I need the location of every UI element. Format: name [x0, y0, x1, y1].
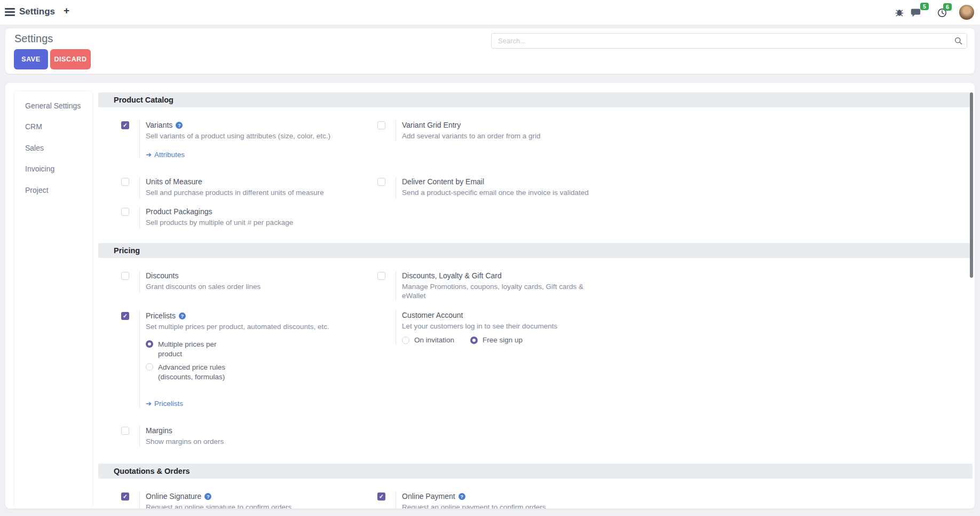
- setting-row-customer-account: Customer AccountLet your customers log i…: [377, 310, 629, 345]
- setting-description-pricelists: Set multiple prices per product, automat…: [146, 322, 329, 331]
- setting-body-customer-account: Customer AccountLet your customers log i…: [396, 310, 557, 345]
- search-icon[interactable]: [954, 37, 962, 47]
- new-tab-plus-icon[interactable]: +: [64, 5, 69, 17]
- settings-sidebar: General SettingsCRMSalesInvoicingProject: [14, 91, 92, 509]
- vertical-scrollbar[interactable]: [970, 92, 973, 278]
- variants-checkbox[interactable]: ✓: [121, 121, 129, 129]
- sidebar-item-invoicing[interactable]: Invoicing: [14, 159, 92, 180]
- setting-description-online-signature: Request an online signature to confirm o…: [146, 503, 291, 509]
- setting-label-text: Units of Measure: [146, 177, 202, 186]
- radio-option-advanced-price-rules-discounts-formulas-[interactable]: Advanced price rules (discounts, formula…: [146, 363, 329, 381]
- messages-icon[interactable]: [911, 8, 922, 20]
- link-label: Attributes: [154, 151, 185, 159]
- link-pricelists[interactable]: ➔Pricelists: [146, 400, 329, 408]
- setting-label-text: Customer Account: [402, 311, 463, 319]
- debug-bug-icon[interactable]: [895, 8, 904, 19]
- setting-description-deliver-content-by-email: Send a product-specific email once the i…: [402, 188, 589, 197]
- setting-description-variants: Sell variants of a product using attribu…: [146, 131, 330, 140]
- app-title[interactable]: Settings: [19, 6, 55, 17]
- search-input[interactable]: [491, 33, 967, 49]
- help-icon[interactable]: ?: [204, 493, 211, 500]
- setting-label-text: Pricelists: [146, 311, 176, 320]
- arrow-right-icon: ➔: [146, 151, 152, 159]
- discard-button[interactable]: DISCARD: [50, 49, 91, 69]
- top-navbar: Settings + 5 6: [0, 0, 980, 25]
- setting-body-units-of-measure: Units of MeasureSell and purchase produc…: [139, 177, 324, 198]
- setting-label-margins: Margins: [146, 426, 224, 435]
- discounts-loyalty-gift-card-checkbox[interactable]: [377, 272, 385, 280]
- settings-header-card: Settings SAVE DISCARD: [5, 28, 975, 74]
- setting-row-discounts: DiscountsGrant discounts on sales order …: [121, 271, 373, 292]
- radio-circle[interactable]: [146, 340, 153, 348]
- setting-body-discounts-loyalty-gift-card: Discounts, Loyalty & Gift CardManage Pro…: [396, 271, 604, 300]
- setting-row-margins: MarginsShow margins on orders: [121, 426, 373, 447]
- setting-label-discounts-loyalty-gift-card: Discounts, Loyalty & Gift Card: [402, 271, 604, 280]
- sidebar-item-general-settings[interactable]: General Settings: [14, 95, 92, 116]
- deliver-content-by-email-checkbox[interactable]: [377, 178, 385, 186]
- discounts-checkbox[interactable]: [121, 272, 129, 280]
- setting-description-online-payment: Request an online payment to confirm ord…: [402, 503, 546, 509]
- pricelists-checkbox[interactable]: ✓: [121, 312, 129, 320]
- page-title: Settings: [14, 33, 53, 45]
- setting-description-discounts-loyalty-gift-card: Manage Promotions, coupons, loyalty card…: [402, 282, 604, 300]
- save-button[interactable]: SAVE: [14, 49, 48, 69]
- setting-body-margins: MarginsShow margins on orders: [139, 426, 224, 447]
- radio-circle[interactable]: [146, 363, 153, 371]
- units-of-measure-checkbox[interactable]: [121, 178, 129, 186]
- setting-label-text: Variant Grid Entry: [402, 121, 461, 129]
- activities-count-badge[interactable]: 6: [943, 3, 952, 11]
- setting-label-online-signature: Online Signature?: [146, 491, 291, 501]
- setting-body-online-payment: Online Payment?Request an online payment…: [396, 491, 546, 509]
- radio-label: Multiple prices per product: [158, 340, 233, 358]
- messages-count-badge[interactable]: 5: [920, 3, 929, 10]
- sidebar-item-crm[interactable]: CRM: [14, 116, 92, 138]
- link-attributes[interactable]: ➔Attributes: [146, 151, 330, 159]
- radio-option-multiple-prices-per-product[interactable]: Multiple prices per product: [146, 340, 329, 358]
- setting-label-deliver-content-by-email: Deliver Content by Email: [402, 177, 589, 186]
- user-avatar[interactable]: [959, 5, 974, 20]
- setting-body-discounts: DiscountsGrant discounts on sales order …: [139, 271, 260, 292]
- help-icon[interactable]: ?: [179, 312, 186, 319]
- radio-circle[interactable]: [470, 337, 478, 344]
- radio-option-free-sign-up[interactable]: Free sign up: [470, 335, 523, 345]
- setting-label-pricelists: Pricelists?: [146, 311, 329, 320]
- section-title: Quotations & Orders: [114, 467, 190, 475]
- sidebar-item-sales[interactable]: Sales: [14, 137, 92, 159]
- radio-circle[interactable]: [402, 337, 409, 344]
- setting-label-text: Margins: [146, 426, 172, 435]
- setting-label-text: Discounts, Loyalty & Gift Card: [402, 271, 502, 280]
- setting-label-units-of-measure: Units of Measure: [146, 177, 324, 186]
- setting-row-variant-grid-entry: Variant Grid EntryAdd several variants t…: [377, 120, 629, 142]
- setting-description-margins: Show margins on orders: [146, 437, 224, 446]
- setting-description-variant-grid-entry: Add several variants to an order from a …: [402, 131, 541, 140]
- setting-description-discounts: Grant discounts on sales order lines: [146, 282, 260, 291]
- product-packagings-checkbox[interactable]: [121, 208, 129, 216]
- variant-grid-entry-checkbox[interactable]: [377, 121, 385, 129]
- search-bar: [491, 33, 967, 49]
- online-signature-checkbox[interactable]: ✓: [121, 492, 129, 501]
- setting-row-units-of-measure: Units of MeasureSell and purchase produc…: [121, 177, 373, 198]
- sidebar-item-project[interactable]: Project: [14, 179, 92, 201]
- setting-label-text: Online Payment: [402, 492, 455, 501]
- setting-description-units-of-measure: Sell and purchase products in different …: [146, 188, 324, 197]
- setting-body-online-signature: Online Signature?Request an online signa…: [139, 491, 291, 509]
- setting-row-deliver-content-by-email: Deliver Content by EmailSend a product-s…: [377, 177, 629, 198]
- section-title: Product Catalog: [114, 96, 173, 104]
- radio-label: Advanced price rules (discounts, formula…: [158, 363, 233, 381]
- radio-label: Free sign up: [483, 335, 523, 345]
- margins-checkbox[interactable]: [121, 427, 129, 435]
- setting-label-customer-account: Customer Account: [402, 310, 557, 320]
- apps-menu-icon[interactable]: [5, 8, 15, 17]
- help-icon[interactable]: ?: [459, 493, 465, 500]
- online-payment-checkbox[interactable]: ✓: [377, 492, 385, 501]
- pricelists-radio-group: Multiple prices per productAdvanced pric…: [146, 340, 329, 381]
- section-title: Pricing: [114, 246, 140, 255]
- radio-option-on-invitation[interactable]: On invitation: [402, 335, 454, 345]
- help-icon[interactable]: ?: [176, 122, 183, 129]
- setting-label-discounts: Discounts: [146, 271, 260, 280]
- setting-label-text: Discounts: [146, 271, 178, 280]
- setting-body-variants: Variants?Sell variants of a product usin…: [139, 120, 330, 159]
- setting-description-product-packagings: Sell products by multiple of unit # per …: [146, 218, 293, 227]
- setting-label-variant-grid-entry: Variant Grid Entry: [402, 120, 541, 130]
- section-header-product-catalog: Product Catalog: [98, 92, 973, 107]
